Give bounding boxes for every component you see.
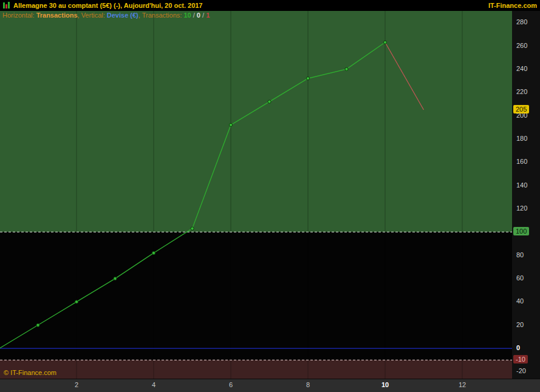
brand-link[interactable]: IT-Finance.com (488, 2, 537, 9)
transaction-point (306, 77, 309, 80)
transaction-point (114, 277, 117, 280)
transaction-point (345, 67, 348, 70)
mini-chart-icon (3, 2, 10, 9)
title-bar: Allemagne 30 au comptant (5€) (-), Aujou… (0, 0, 540, 11)
y-axis-tick: 280 (516, 18, 527, 26)
transaction-point (229, 123, 232, 126)
transaction-point (191, 227, 194, 230)
chart-canvas[interactable] (0, 11, 512, 379)
level-minus-10-badge: -10 (513, 355, 528, 363)
y-axis-tick: 260 (516, 42, 527, 50)
transaction-point (383, 41, 386, 44)
trading-chart-window: Allemagne 30 au comptant (5€) (-), Aujou… (0, 0, 540, 392)
y-axis-tick: -20 (516, 367, 526, 375)
y-axis-tick: 180 (516, 135, 527, 143)
vertical-value: Devise (€) (107, 12, 138, 19)
separator: / (200, 12, 206, 19)
y-axis-tick: 160 (516, 158, 527, 166)
transaction-point (75, 300, 78, 303)
transaction-point (268, 100, 271, 103)
transactions-won: 10 (183, 12, 191, 19)
price-axis[interactable]: 280260240220200180160140120806040200-202… (512, 11, 540, 379)
y-axis-tick: 120 (516, 204, 527, 212)
x-axis-tick: 2 (69, 381, 84, 388)
x-axis-tick: 6 (223, 381, 239, 388)
level-100-badge: 100 (513, 227, 529, 235)
y-axis-tick: 0 (516, 344, 520, 352)
x-axis-tick: 12 (454, 381, 470, 388)
y-axis-tick: 140 (516, 181, 527, 189)
y-axis-tick: 220 (516, 88, 527, 96)
current-value-badge: 205 (513, 105, 529, 113)
separator: / (191, 12, 197, 19)
y-axis-tick: 60 (516, 274, 524, 282)
y-axis-tick: 240 (516, 65, 527, 73)
y-axis-tick: 80 (516, 251, 524, 259)
transaction-point (152, 251, 155, 254)
horizontal-label: Horizontal: (2, 12, 36, 19)
copyright-notice: © IT-Finance.com (4, 369, 56, 376)
horizontal-value: Transactions (36, 12, 78, 19)
x-axis-tick: 4 (146, 381, 162, 388)
y-axis-tick: 20 (516, 321, 524, 329)
transaction-point (36, 323, 39, 326)
chart-info-bar: Horizontal: Transactions, Vertical: Devi… (2, 12, 210, 19)
instrument-title: Allemagne 30 au comptant (5€) (-), Aujou… (13, 2, 203, 9)
x-axis-tick: 8 (300, 381, 316, 388)
x-axis-tick: 10 (377, 381, 393, 388)
transactions-label: Transactions: (142, 12, 184, 19)
vertical-label: Vertical: (81, 12, 107, 19)
chart-plot-area[interactable]: Horizontal: Transactions, Vertical: Devi… (0, 11, 512, 379)
transactions-axis[interactable]: 24681012 (0, 379, 540, 392)
transactions-lost: 1 (206, 12, 210, 19)
y-axis-tick: 40 (516, 297, 524, 305)
